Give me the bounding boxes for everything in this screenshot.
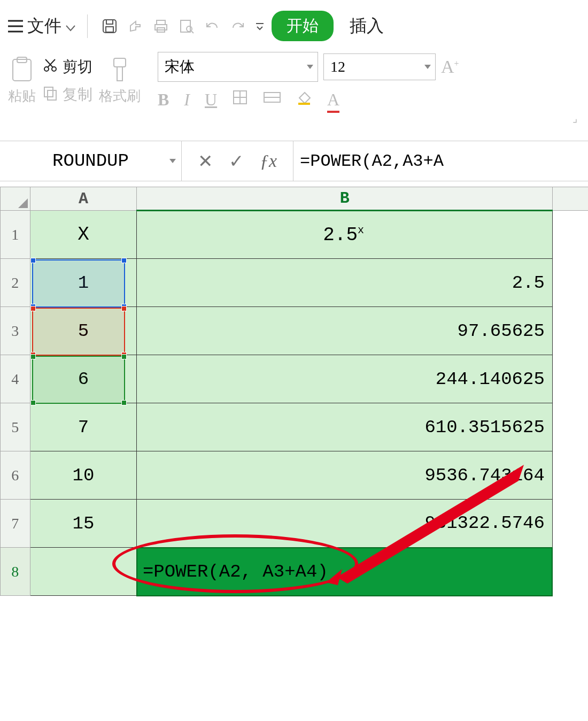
hamburger-icon <box>8 20 23 33</box>
svg-rect-3 <box>157 20 165 25</box>
cell-b4[interactable]: 244.140625 <box>137 355 552 403</box>
cell-a3[interactable]: 5 <box>30 307 137 355</box>
tab-start-label: 开始 <box>287 17 319 34</box>
formula-bar-input[interactable]: =POWER(A2,A3+A <box>293 141 588 181</box>
paste-label: 粘贴 <box>8 87 36 105</box>
ribbon: 粘贴 剪切 复制 格式刷 宋体 12 <box>0 47 588 110</box>
cell-a5[interactable]: 7 <box>30 403 137 451</box>
row-header-4[interactable]: 4 <box>1 355 30 403</box>
menu-bar: 文件 开始 插入 <box>0 0 588 47</box>
svg-rect-17 <box>48 90 56 100</box>
svg-rect-16 <box>44 87 53 97</box>
spreadsheet-grid-container: A B 1 X 2.5x 2 1 2.5 3 5 97.65625 4 6 24… <box>0 187 588 596</box>
chevron-down-icon <box>169 159 176 163</box>
file-label: 文件 <box>27 14 61 38</box>
formula-bar-buttons: ✕ ✓ ƒx <box>182 150 293 172</box>
row-header-7[interactable]: 7 <box>1 500 30 548</box>
svg-rect-2 <box>106 27 113 32</box>
underline-button[interactable]: U <box>205 90 217 110</box>
cell-b1[interactable]: 2.5x <box>137 211 552 259</box>
row-header-6[interactable]: 6 <box>1 451 30 500</box>
formula-bar-row: ROUNDUP ✕ ✓ ƒx =POWER(A2,A3+A <box>0 141 588 181</box>
file-menu[interactable]: 文件 <box>8 14 75 38</box>
chevron-down-icon <box>424 65 431 69</box>
cut-button[interactable]: 剪切 <box>42 57 92 77</box>
row-header-2[interactable]: 2 <box>1 259 30 307</box>
row-header-5[interactable]: 5 <box>1 403 30 451</box>
bold-button[interactable]: B <box>158 90 169 110</box>
select-all-corner[interactable] <box>1 187 30 211</box>
svg-rect-18 <box>114 58 126 67</box>
font-name-value: 宋体 <box>165 58 195 75</box>
row-header-8[interactable]: 8 <box>1 548 30 596</box>
copy-label: 复制 <box>63 85 92 105</box>
clipboard-icon <box>10 56 34 87</box>
cell-style-button[interactable] <box>263 89 281 110</box>
font-group: 宋体 12 A+ B I U A <box>158 52 580 110</box>
row-header-3[interactable]: 3 <box>1 307 30 355</box>
overflow-dropdown-icon[interactable] <box>253 16 266 36</box>
svg-point-7 <box>187 26 192 32</box>
tab-insert-label: 插入 <box>350 16 384 35</box>
cell-b3[interactable]: 97.65625 <box>137 307 552 355</box>
font-size-value: 12 <box>330 58 345 75</box>
formula-bar-value: =POWER(A2,A3+A <box>300 151 444 171</box>
separator <box>87 14 88 38</box>
italic-button[interactable]: I <box>184 90 190 110</box>
cell-a1[interactable]: X <box>30 211 137 259</box>
tab-insert[interactable]: 插入 <box>350 14 384 38</box>
format-painter-button[interactable]: 格式刷 <box>99 56 141 105</box>
accept-formula-icon[interactable]: ✓ <box>229 150 244 172</box>
clipboard-group: 剪切 复制 <box>42 57 92 105</box>
spreadsheet-grid[interactable]: A B 1 X 2.5x 2 1 2.5 3 5 97.65625 4 6 24… <box>0 187 588 596</box>
cell-a7[interactable]: 15 <box>30 500 137 548</box>
column-header-a[interactable]: A <box>30 187 137 211</box>
paste-button[interactable]: 粘贴 <box>8 56 36 105</box>
save-icon[interactable] <box>99 16 120 36</box>
border-button[interactable] <box>232 89 248 110</box>
font-color-button[interactable]: A <box>327 90 339 110</box>
svg-rect-1 <box>106 20 113 24</box>
chevron-down-icon <box>66 16 75 36</box>
svg-rect-19 <box>117 67 122 81</box>
cell-a6[interactable]: 10 <box>30 451 137 500</box>
cell-b7[interactable]: 931322.5746 <box>137 500 552 548</box>
fill-color-button[interactable] <box>296 89 312 110</box>
scissors-icon <box>42 57 58 77</box>
cell-a2[interactable]: 1 <box>30 259 137 307</box>
font-style-row: B I U A <box>158 89 580 110</box>
font-name-select[interactable]: 宋体 <box>158 52 318 82</box>
svg-line-8 <box>191 31 194 33</box>
chevron-down-icon <box>307 65 313 69</box>
tab-start[interactable]: 开始 <box>272 11 334 41</box>
fx-icon[interactable]: ƒx <box>260 151 277 171</box>
copy-button[interactable]: 复制 <box>42 85 92 105</box>
name-box-value: ROUNDUP <box>52 151 129 171</box>
format-painter-label: 格式刷 <box>99 87 141 105</box>
cut-label: 剪切 <box>63 57 92 77</box>
ribbon-expand-icon[interactable]: ⌟ <box>0 112 588 125</box>
name-box[interactable]: ROUNDUP <box>0 141 182 181</box>
cell-a8[interactable] <box>30 548 137 596</box>
copy-icon <box>42 85 58 105</box>
column-header-c[interactable] <box>552 187 588 211</box>
redo-icon[interactable] <box>228 16 248 36</box>
print-icon[interactable] <box>151 16 171 36</box>
cell-b5[interactable]: 610.3515625 <box>137 403 552 451</box>
brush-icon <box>107 56 132 87</box>
column-header-b[interactable]: B <box>137 187 552 211</box>
preview-icon[interactable] <box>176 16 197 36</box>
row-header-1[interactable]: 1 <box>1 211 30 259</box>
increase-font-icon[interactable]: A+ <box>441 57 459 77</box>
cell-b8[interactable]: =POWER(A2, A3+A4) <box>137 548 552 596</box>
cell-a4[interactable]: 6 <box>30 355 137 403</box>
cancel-formula-icon[interactable]: ✕ <box>198 150 213 172</box>
cell-b6[interactable]: 9536.743164 <box>137 451 552 500</box>
cell-b2[interactable]: 2.5 <box>137 259 552 307</box>
undo-icon[interactable] <box>202 16 222 36</box>
share-icon[interactable] <box>125 16 145 36</box>
font-size-select[interactable]: 12 <box>323 53 436 80</box>
